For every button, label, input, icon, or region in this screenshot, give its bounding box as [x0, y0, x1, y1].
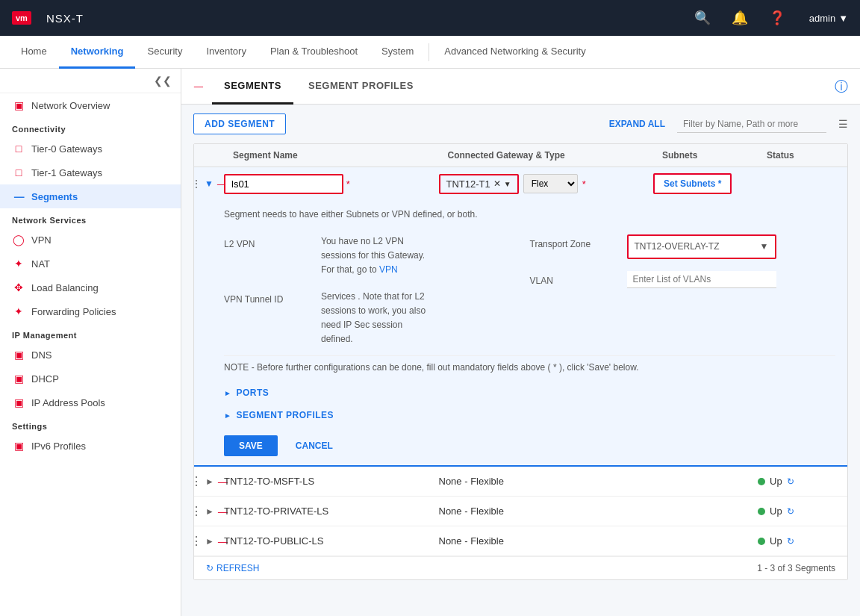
set-subnets-button[interactable]: Set Subnets *: [653, 173, 732, 194]
sidebar-item-lb[interactable]: ✥ Load Balancing: [0, 276, 181, 299]
table-row: ⋮ ► ⸻ TNT12-TO-PUBLIC-LS None - Flexible…: [194, 526, 847, 556]
row-dots-icon[interactable]: ⋮: [190, 474, 202, 488]
tab-segments[interactable]: SEGMENTS: [212, 69, 293, 105]
add-segment-button[interactable]: ADD SEGMENT: [193, 113, 286, 134]
sidebar-item-ippool[interactable]: ▣ IP Address Pools: [0, 391, 181, 414]
filter-input[interactable]: [677, 116, 826, 133]
th-actions: [194, 150, 224, 161]
dns-icon: ▣: [12, 349, 25, 361]
transport-section: Transport Zone TNT12-OVERLAY-TZ ▼ VLAN: [530, 228, 836, 352]
gateway-input[interactable]: TNT12-T1 ✕ ▼: [439, 174, 519, 194]
nav-separator: [429, 43, 429, 61]
content-area: ❮❮ ▣ Network Overview Connectivity □ Tie…: [0, 69, 860, 616]
l2vpn-text1: You have no L2 VPN: [321, 236, 404, 246]
search-icon[interactable]: 🔍: [694, 10, 711, 26]
sidebar-dhcp-label: DHCP: [31, 373, 59, 385]
row-segment-name: TNT12-TO-PRIVATE-LS: [224, 505, 439, 517]
ports-section[interactable]: ► PORTS: [224, 382, 835, 404]
expand-all-button[interactable]: EXPAND ALL: [609, 119, 665, 129]
row-expand-icon[interactable]: ►: [205, 476, 214, 487]
help-circle-icon[interactable]: ⓘ: [835, 78, 848, 96]
refresh-icon[interactable]: ↻: [787, 476, 794, 487]
nav-advanced[interactable]: Advanced Networking & Security: [432, 36, 597, 69]
transport-zone-value: TNT12-OVERLAY-TZ ▼: [627, 234, 836, 259]
sidebar-vpn-label: VPN: [31, 234, 52, 246]
vm-logo: vm: [12, 11, 31, 25]
row-segment-name: TNT12-TO-MSFT-LS: [224, 476, 439, 487]
sidebar-item-nat[interactable]: ✦ NAT: [0, 252, 181, 276]
nav-networking[interactable]: Networking: [59, 36, 136, 69]
status-dot: [758, 478, 765, 485]
table-row: ⋮ ► ⸻ TNT12-TO-MSFT-LS None - Flexible U…: [194, 467, 847, 497]
count-label: 1 - 3 of 3 Segments: [757, 563, 835, 573]
row-expand-icon[interactable]: ►: [205, 536, 214, 547]
th-gateway: Connected Gateway & Type: [439, 150, 654, 161]
sidebar-forwarding-label: Forwarding Policies: [31, 306, 116, 317]
sidebar-item-ipv6[interactable]: ▣ IPv6 Profiles: [0, 434, 181, 458]
tab-segment-profiles[interactable]: SEGMENT PROFILES: [296, 69, 426, 105]
sidebar-nat-label: NAT: [31, 258, 50, 270]
dots-icon[interactable]: ⋮: [191, 178, 202, 190]
segments-icon: ⸻: [12, 190, 25, 202]
row-gateway: None - Flexible: [439, 535, 654, 547]
refresh-arrow-icon: ↻: [206, 563, 214, 573]
sidebar-item-dns[interactable]: ▣ DNS: [0, 343, 181, 367]
row-dots-icon[interactable]: ⋮: [190, 504, 202, 518]
sidebar-collapse[interactable]: ❮❮: [0, 69, 181, 93]
sidebar-item-segments[interactable]: ⸻ Segments: [0, 184, 181, 208]
nav-system[interactable]: System: [370, 36, 426, 69]
row-actions: ⋮ ▼ ⸻: [194, 178, 224, 190]
sidebar-item-tier1[interactable]: □ Tier-1 Gateways: [0, 161, 181, 184]
app-name: NSX-T: [46, 12, 84, 25]
sidebar-item-forwarding[interactable]: ✦ Forwarding Policies: [0, 299, 181, 323]
row-segment-name: TNT12-TO-PUBLIC-LS: [224, 535, 439, 547]
row-status: Up ↻: [758, 505, 847, 517]
vpn-link[interactable]: VPN: [379, 264, 398, 275]
save-button[interactable]: SAVE: [224, 435, 278, 456]
refresh-button[interactable]: ↻ REFRESH: [206, 563, 259, 573]
clear-icon[interactable]: ✕: [493, 178, 501, 189]
status-dot: [758, 508, 765, 515]
l2vpn-section: L2 VPN You have no L2 VPN sessions for t…: [224, 228, 530, 352]
sidebar-item-tier0[interactable]: □ Tier-0 Gateways: [0, 137, 181, 161]
cancel-button[interactable]: CANCEL: [287, 435, 342, 456]
seg-profiles-section[interactable]: ► SEGMENT PROFILES: [224, 404, 835, 426]
mandatory-note: NOTE - Before further configurations can…: [224, 355, 835, 382]
expanded-row-header: ⋮ ▼ ⸻ * TNT12-T1 ✕ ▼: [194, 167, 847, 200]
bell-icon[interactable]: 🔔: [732, 10, 748, 26]
sidebar: ❮❮ ▣ Network Overview Connectivity □ Tie…: [0, 69, 181, 616]
sidebar-item-vpn[interactable]: ◯ VPN: [0, 228, 181, 252]
chevron-down-icon: ▼: [760, 240, 769, 254]
row-expand-icon[interactable]: ►: [205, 506, 214, 517]
required-star-name: *: [346, 178, 350, 190]
nav-security[interactable]: Security: [135, 36, 194, 69]
gateway-type-select[interactable]: Flex Routed: [523, 174, 578, 193]
vlan-input[interactable]: [627, 271, 776, 288]
sidebar-item-network-overview[interactable]: ▣ Network Overview: [0, 93, 181, 117]
refresh-icon[interactable]: ↻: [787, 506, 794, 517]
subnets-cell: Set Subnets *: [653, 173, 758, 194]
row-expand-icon[interactable]: ▼: [205, 178, 214, 189]
lb-icon: ✥: [12, 281, 25, 293]
row-dots-icon[interactable]: ⋮: [190, 534, 202, 548]
th-subnets: Subnets: [653, 150, 758, 161]
collapse-icon[interactable]: ❮❮: [154, 75, 172, 87]
transport-zone-text: TNT12-OVERLAY-TZ: [635, 240, 720, 254]
transport-zone-select[interactable]: TNT12-OVERLAY-TZ ▼: [627, 234, 776, 259]
nav-plan[interactable]: Plan & Troubleshoot: [258, 36, 370, 69]
th-segment-name: Segment Name: [224, 150, 439, 161]
sidebar-item-dhcp[interactable]: ▣ DHCP: [0, 367, 181, 391]
refresh-icon[interactable]: ↻: [787, 536, 794, 547]
ippool-icon: ▣: [12, 396, 25, 408]
ports-arrow-icon: ►: [224, 389, 231, 397]
help-icon[interactable]: ❓: [769, 10, 785, 26]
row-gateway: None - Flexible: [439, 476, 654, 487]
nav-inventory[interactable]: Inventory: [194, 36, 258, 69]
nav-home[interactable]: Home: [9, 36, 59, 69]
l2vpn-text2: sessions for this Gateway.: [321, 250, 425, 261]
refresh-label: REFRESH: [216, 563, 259, 573]
user-menu[interactable]: admin ▼: [809, 13, 848, 24]
sidebar-section-settings: Settings: [0, 414, 181, 434]
chevron-down-icon[interactable]: ▼: [504, 180, 511, 188]
segment-name-input[interactable]: [224, 174, 343, 194]
